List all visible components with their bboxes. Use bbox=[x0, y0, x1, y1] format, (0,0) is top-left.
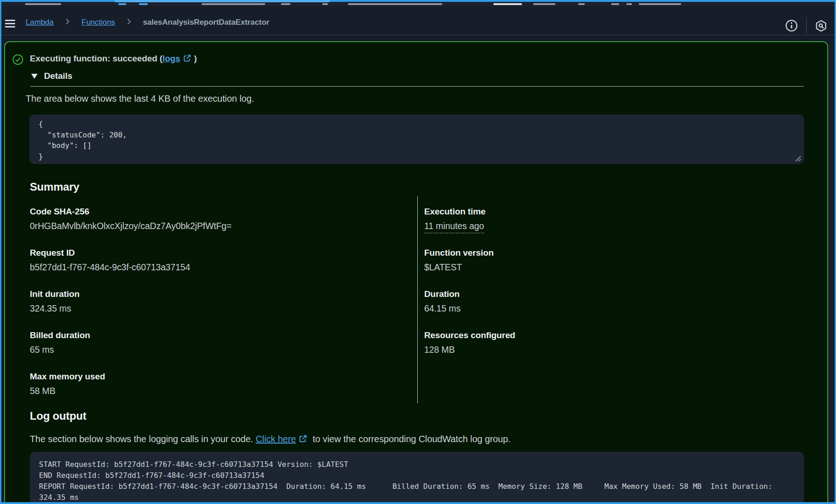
summary-heading: Summary bbox=[30, 181, 79, 193]
field-value: 65 ms bbox=[30, 344, 378, 355]
active-tab-highlight bbox=[115, 0, 330, 2]
field-resources-configured: Resources configured 128 MB bbox=[424, 330, 773, 371]
field-value: 324.35 ms bbox=[30, 303, 378, 314]
field-value: 58 MB bbox=[30, 385, 378, 396]
execution-log-caption: The area below shows the last 4 KB of th… bbox=[26, 93, 254, 104]
execution-log-textarea[interactable]: { "statusCode": 200, "body": [] } bbox=[29, 115, 804, 164]
field-value: 128 MB bbox=[424, 344, 773, 355]
breadcrumb-lambda-link[interactable]: Lambda bbox=[26, 18, 54, 27]
clipped-text-fragment bbox=[202, 3, 265, 5]
details-toggle[interactable]: Details bbox=[31, 71, 72, 81]
field-value: 0rHGBaMvlb/knkOlxcXjlzoy/caDz7Ay0bk2jPfW… bbox=[30, 220, 378, 231]
cloudwatch-link[interactable]: Click here bbox=[255, 434, 296, 444]
external-link-icon bbox=[183, 54, 192, 65]
resize-handle[interactable] bbox=[795, 155, 801, 164]
clipped-text-fragment bbox=[611, 3, 619, 5]
amazon-q-icon[interactable] bbox=[815, 20, 827, 32]
logs-link[interactable]: logs bbox=[162, 54, 180, 64]
execution-time-tooltip-value[interactable]: 11 minutes ago bbox=[424, 220, 484, 233]
field-label: Resources configured bbox=[424, 330, 773, 341]
clipped-text-fragment bbox=[322, 3, 328, 5]
breadcrumb-current-page: salesAnalysisReportDataExtractor bbox=[143, 18, 270, 27]
details-label: Details bbox=[44, 71, 72, 81]
chevron-right-icon bbox=[127, 18, 131, 27]
breadcrumb-functions-link[interactable]: Functions bbox=[82, 18, 115, 27]
field-billed-duration: Billed duration 65 ms bbox=[30, 330, 378, 371]
clipped-text-fragment bbox=[533, 3, 555, 5]
log-line: START RequestId: b5f27dd1-f767-484c-9c3f… bbox=[39, 459, 799, 470]
clipped-text-fragment bbox=[281, 3, 290, 5]
field-code-sha256: Code SHA-256 0rHGBaMvlb/knkOlxcXjlzoy/ca… bbox=[30, 206, 378, 247]
execution-status-title: Executing function: succeeded (logs ) bbox=[30, 53, 197, 64]
navbar-divider bbox=[806, 17, 807, 34]
field-label: Request ID bbox=[30, 247, 378, 258]
clipped-text-fragment bbox=[139, 3, 148, 5]
caption-text: to view the corresponding CloudWatch log… bbox=[310, 434, 510, 444]
clipped-browser-chrome bbox=[1, 2, 835, 6]
field-label: Billed duration bbox=[30, 330, 378, 341]
clipped-text-fragment bbox=[626, 3, 632, 5]
log-line: REPORT RequestId: b5f27dd1-f767-484c-9c3… bbox=[39, 481, 799, 492]
field-max-memory-used: Max memory used 58 MB bbox=[30, 371, 378, 412]
summary-left-column: Code SHA-256 0rHGBaMvlb/knkOlxcXjlzoy/ca… bbox=[30, 206, 378, 412]
summary-right-column: Execution time 11 minutes ago Function v… bbox=[424, 206, 773, 371]
field-value: 64.15 ms bbox=[424, 303, 773, 314]
clipped-text-fragment bbox=[639, 3, 681, 5]
field-label: Init duration bbox=[30, 289, 378, 300]
status-text-suffix: ) bbox=[194, 54, 197, 64]
field-label: Execution time bbox=[424, 206, 773, 217]
clipped-text-fragment bbox=[578, 3, 585, 5]
field-label: Max memory used bbox=[30, 371, 378, 382]
hamburger-menu-icon[interactable] bbox=[5, 20, 15, 28]
field-value: $LATEST bbox=[424, 262, 773, 273]
log-line: END RequestId: b5f27dd1-f767-484c-9c3f-c… bbox=[39, 470, 799, 481]
caption-text: The section below shows the logging call… bbox=[30, 434, 255, 444]
clipped-text-fragment bbox=[25, 3, 61, 5]
field-function-version: Function version $LATEST bbox=[424, 247, 773, 289]
field-request-id: Request ID b5f27dd1-f767-484c-9c3f-c6071… bbox=[30, 247, 378, 289]
log-output-box: START RequestId: b5f27dd1-f767-484c-9c3f… bbox=[30, 452, 804, 504]
field-execution-time: Execution time 11 minutes ago bbox=[424, 206, 773, 247]
field-label: Function version bbox=[424, 247, 773, 258]
field-duration: Duration 64.15 ms bbox=[424, 289, 773, 330]
clipped-text-fragment bbox=[493, 3, 522, 5]
navbar-actions bbox=[785, 17, 827, 34]
triangle-down-icon bbox=[31, 71, 38, 81]
console-navbar: Lambda Functions salesAnalysisReportData… bbox=[1, 6, 835, 35]
log-line: 324.35 ms bbox=[39, 492, 799, 503]
info-icon[interactable] bbox=[785, 19, 798, 32]
success-check-icon bbox=[12, 54, 23, 67]
lambda-console-screen: Lambda Functions salesAnalysisReportData… bbox=[0, 0, 836, 504]
status-text: Executing function: succeeded ( bbox=[30, 54, 162, 64]
field-label: Code SHA-256 bbox=[30, 206, 378, 217]
field-value: b5f27dd1-f767-484c-9c3f-c60713a37154 bbox=[30, 262, 378, 273]
summary-column-divider bbox=[417, 196, 418, 403]
field-label: Duration bbox=[424, 289, 773, 300]
chevron-right-icon bbox=[66, 18, 70, 27]
clipped-text-fragment bbox=[118, 3, 126, 5]
field-init-duration: Init duration 324.35 ms bbox=[30, 289, 378, 330]
external-link-icon bbox=[299, 434, 308, 445]
details-divider bbox=[30, 86, 804, 87]
breadcrumb: Lambda Functions salesAnalysisReportData… bbox=[26, 18, 269, 27]
log-output-heading: Log output bbox=[30, 410, 86, 422]
log-output-caption: The section below shows the logging call… bbox=[30, 433, 510, 445]
clipped-text-fragment bbox=[348, 3, 442, 5]
